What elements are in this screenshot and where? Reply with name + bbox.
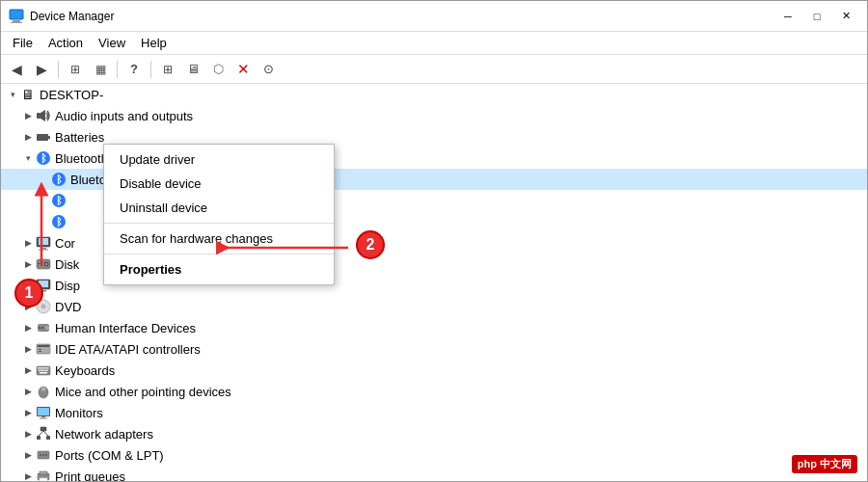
toolbar-btn-x[interactable]: ✕: [231, 59, 255, 80]
svg-rect-57: [41, 427, 46, 431]
back-button[interactable]: ◀: [5, 59, 28, 80]
tree-item-dvd[interactable]: ▶ DVD: [1, 296, 867, 317]
tree-item-human[interactable]: ▶ Human Interface Devices: [1, 317, 867, 338]
svg-rect-41: [43, 367, 45, 369]
tree-item-print[interactable]: ▶ Print queues: [1, 466, 867, 481]
tree-item-ide[interactable]: ▶ IDE ATA/ATAPI controllers: [1, 338, 867, 360]
monitors-chevron: ▶: [20, 405, 36, 420]
php-watermark: php 中文网: [792, 455, 857, 473]
svg-rect-32: [41, 327, 43, 329]
mice-chevron: ▶: [20, 384, 36, 399]
tree-item-mice[interactable]: ▶ Mice and other pointing devices: [1, 381, 867, 402]
badge-2: 2: [356, 230, 385, 259]
batteries-label: Batteries: [55, 130, 104, 145]
human-icon: [36, 320, 51, 335]
ctx-separator-1: [104, 223, 334, 224]
ctx-properties[interactable]: Properties: [104, 257, 334, 281]
tree-root[interactable]: ▾ 🖥 DESKTOP-: [1, 84, 867, 105]
svg-rect-47: [44, 370, 46, 372]
help-button[interactable]: ?: [122, 59, 146, 80]
forward-button[interactable]: ▶: [30, 59, 53, 80]
menu-bar: File Action View Help: [1, 32, 867, 55]
menu-view[interactable]: View: [91, 33, 133, 53]
svg-rect-2: [11, 22, 22, 23]
svg-rect-0: [10, 10, 23, 19]
network-chevron: ▶: [20, 426, 36, 442]
tree-item-monitors[interactable]: ▶ Monitors: [1, 402, 867, 423]
keyboards-chevron: ▶: [20, 362, 36, 378]
computer-icon: 🖥: [20, 87, 36, 102]
window-icon: [9, 9, 24, 24]
svg-line-61: [43, 431, 48, 436]
svg-rect-68: [40, 478, 47, 481]
svg-rect-38: [38, 367, 40, 369]
svg-rect-31: [39, 327, 41, 329]
human-chevron: ▶: [20, 320, 36, 335]
svg-rect-43: [47, 367, 49, 369]
bluetooth-icon: ᛒ: [36, 150, 51, 166]
title-bar: Device Manager ─ □ ✕: [1, 1, 867, 32]
ctx-uninstall-device[interactable]: Uninstall device: [104, 196, 334, 220]
maximize-button[interactable]: □: [803, 7, 830, 26]
svg-rect-34: [38, 345, 49, 347]
svg-rect-48: [46, 370, 48, 372]
tree-item-keyboards[interactable]: ▶ Keyboards: [1, 360, 867, 381]
svg-rect-42: [45, 367, 47, 369]
disk-label: Disk: [55, 257, 79, 272]
ctx-disable-device[interactable]: Disable device: [104, 172, 334, 196]
batteries-icon: [36, 129, 51, 145]
menu-file[interactable]: File: [5, 33, 41, 53]
menu-help[interactable]: Help: [133, 33, 175, 53]
network-label: Network adapters: [55, 427, 153, 442]
svg-point-65: [45, 454, 47, 456]
toolbar-btn-8[interactable]: ⬡: [206, 59, 230, 80]
svg-rect-35: [39, 349, 41, 350]
tree-item-ports[interactable]: ▶ Ports (COM & LPT): [1, 444, 867, 466]
ide-label: IDE ATA/ATAPI controllers: [55, 342, 201, 357]
toolbar-btn-6[interactable]: ⊞: [156, 59, 179, 80]
dvd-label: DVD: [55, 300, 81, 314]
print-chevron: ▶: [20, 469, 36, 481]
tree-item-network[interactable]: ▶ Network adapters: [1, 423, 867, 444]
svg-rect-49: [40, 372, 47, 374]
badge-1: 1: [14, 279, 43, 308]
toolbar: ◀ ▶ ⊞ ▦ ? ⊞ 🖥 ⬡ ✕ ⊙: [1, 55, 867, 84]
audio-icon: [36, 108, 51, 123]
toolbar-btn-7[interactable]: 🖥: [181, 59, 204, 80]
human-label: Human Interface Devices: [55, 321, 196, 335]
svg-rect-39: [40, 367, 41, 369]
toolbar-btn-3[interactable]: ⊞: [64, 59, 87, 80]
svg-rect-5: [37, 134, 48, 141]
svg-rect-3: [37, 113, 41, 119]
computers-label: Cor: [55, 236, 75, 251]
mice-label: Mice and other pointing devices: [55, 385, 231, 399]
svg-rect-44: [39, 370, 41, 372]
toolbar-btn-down[interactable]: ⊙: [257, 59, 280, 80]
svg-point-28: [42, 306, 44, 308]
print-label: Print queues: [55, 469, 125, 482]
svg-marker-4: [41, 110, 45, 121]
batteries-chevron: ▶: [20, 129, 36, 145]
network-icon: [36, 426, 51, 442]
svg-rect-59: [46, 436, 50, 440]
tree-item-audio[interactable]: ▶ Audio inputs and outputs: [1, 105, 867, 126]
toolbar-separator-3: [150, 61, 151, 78]
ports-chevron: ▶: [20, 447, 36, 463]
ctx-update-driver[interactable]: Update driver: [104, 147, 334, 172]
audio-label: Audio inputs and outputs: [55, 109, 193, 123]
ports-label: Ports (COM & LPT): [55, 448, 164, 463]
menu-action[interactable]: Action: [41, 33, 91, 53]
toolbar-btn-4[interactable]: ▦: [89, 59, 112, 80]
mice-icon: [36, 384, 51, 399]
minimize-button[interactable]: ─: [774, 7, 801, 26]
arrow-1: [32, 179, 51, 276]
window-controls: ─ □ ✕: [774, 7, 859, 26]
bt-device-icon: ᛒ: [51, 172, 67, 187]
svg-text:ᛒ: ᛒ: [41, 152, 47, 164]
svg-rect-54: [38, 408, 49, 415]
close-button[interactable]: ✕: [832, 7, 859, 26]
monitors-label: Monitors: [55, 406, 103, 420]
svg-rect-56: [40, 418, 47, 419]
svg-point-64: [42, 454, 44, 456]
svg-rect-46: [42, 370, 44, 372]
